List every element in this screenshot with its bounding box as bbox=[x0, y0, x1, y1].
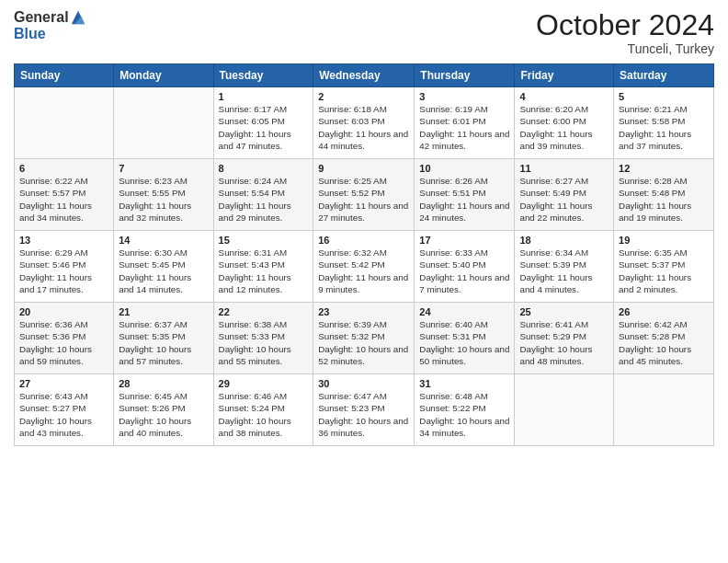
day-detail: Sunrise: 6:31 AM Sunset: 5:43 PM Dayligh… bbox=[219, 247, 309, 295]
day-number: 13 bbox=[19, 235, 108, 246]
day-cell: 22Sunrise: 6:38 AM Sunset: 5:33 PM Dayli… bbox=[213, 303, 313, 374]
day-cell: 26Sunrise: 6:42 AM Sunset: 5:28 PM Dayli… bbox=[614, 303, 714, 374]
day-number: 9 bbox=[318, 163, 409, 174]
day-cell: 7Sunrise: 6:23 AM Sunset: 5:55 PM Daylig… bbox=[114, 159, 213, 231]
day-detail: Sunrise: 6:46 AM Sunset: 5:24 PM Dayligh… bbox=[219, 390, 309, 439]
day-number: 26 bbox=[619, 306, 709, 317]
day-cell: 31Sunrise: 6:48 AM Sunset: 5:22 PM Dayli… bbox=[415, 374, 515, 446]
logo-general-text: General bbox=[14, 9, 69, 26]
day-cell: 23Sunrise: 6:39 AM Sunset: 5:32 PM Dayli… bbox=[313, 303, 415, 374]
day-detail: Sunrise: 6:32 AM Sunset: 5:42 PM Dayligh… bbox=[318, 247, 409, 295]
day-detail: Sunrise: 6:20 AM Sunset: 6:00 PM Dayligh… bbox=[519, 103, 609, 152]
day-number: 16 bbox=[318, 235, 409, 246]
day-cell: 9Sunrise: 6:25 AM Sunset: 5:52 PM Daylig… bbox=[313, 159, 415, 231]
logo-blue-text: Blue bbox=[14, 26, 46, 42]
day-cell: 11Sunrise: 6:27 AM Sunset: 5:49 PM Dayli… bbox=[515, 159, 614, 231]
day-number: 19 bbox=[619, 235, 709, 246]
day-cell: 30Sunrise: 6:47 AM Sunset: 5:23 PM Dayli… bbox=[313, 374, 415, 446]
day-detail: Sunrise: 6:21 AM Sunset: 5:58 PM Dayligh… bbox=[619, 103, 709, 152]
day-cell: 13Sunrise: 6:29 AM Sunset: 5:46 PM Dayli… bbox=[15, 231, 114, 303]
day-cell: 1Sunrise: 6:17 AM Sunset: 6:05 PM Daylig… bbox=[213, 87, 313, 159]
day-detail: Sunrise: 6:19 AM Sunset: 6:01 PM Dayligh… bbox=[419, 103, 509, 152]
day-detail: Sunrise: 6:17 AM Sunset: 6:05 PM Dayligh… bbox=[219, 103, 309, 152]
day-cell: 29Sunrise: 6:46 AM Sunset: 5:24 PM Dayli… bbox=[213, 374, 313, 446]
day-cell: 20Sunrise: 6:36 AM Sunset: 5:36 PM Dayli… bbox=[15, 303, 114, 374]
day-detail: Sunrise: 6:18 AM Sunset: 6:03 PM Dayligh… bbox=[318, 103, 409, 152]
day-cell: 14Sunrise: 6:30 AM Sunset: 5:45 PM Dayli… bbox=[114, 231, 213, 303]
day-number: 6 bbox=[19, 163, 108, 174]
day-number: 2 bbox=[318, 91, 409, 102]
day-detail: Sunrise: 6:39 AM Sunset: 5:32 PM Dayligh… bbox=[318, 318, 409, 367]
day-cell: 21Sunrise: 6:37 AM Sunset: 5:35 PM Dayli… bbox=[114, 303, 213, 374]
logo-icon bbox=[70, 9, 86, 26]
day-cell: 8Sunrise: 6:24 AM Sunset: 5:54 PM Daylig… bbox=[213, 159, 313, 231]
day-number: 23 bbox=[318, 306, 409, 317]
weekday-header-row: Sunday Monday Tuesday Wednesday Thursday… bbox=[15, 64, 714, 87]
day-detail: Sunrise: 6:38 AM Sunset: 5:33 PM Dayligh… bbox=[219, 318, 309, 367]
day-number: 4 bbox=[519, 91, 609, 102]
day-detail: Sunrise: 6:43 AM Sunset: 5:27 PM Dayligh… bbox=[19, 390, 108, 439]
day-cell: 25Sunrise: 6:41 AM Sunset: 5:29 PM Dayli… bbox=[515, 303, 614, 374]
header-friday: Friday bbox=[515, 64, 614, 87]
day-detail: Sunrise: 6:30 AM Sunset: 5:45 PM Dayligh… bbox=[119, 247, 208, 295]
header-monday: Monday bbox=[114, 64, 213, 87]
day-cell: 6Sunrise: 6:22 AM Sunset: 5:57 PM Daylig… bbox=[15, 159, 114, 231]
day-detail: Sunrise: 6:40 AM Sunset: 5:31 PM Dayligh… bbox=[419, 318, 509, 367]
title-location: Tunceli, Turkey bbox=[536, 41, 714, 56]
day-cell: 17Sunrise: 6:33 AM Sunset: 5:40 PM Dayli… bbox=[415, 231, 515, 303]
day-cell: 2Sunrise: 6:18 AM Sunset: 6:03 PM Daylig… bbox=[313, 87, 415, 159]
day-number: 28 bbox=[119, 378, 208, 389]
header-thursday: Thursday bbox=[415, 64, 515, 87]
calendar-table: Sunday Monday Tuesday Wednesday Thursday… bbox=[14, 63, 714, 446]
day-number: 21 bbox=[119, 306, 208, 317]
day-detail: Sunrise: 6:45 AM Sunset: 5:26 PM Dayligh… bbox=[119, 390, 208, 439]
day-cell bbox=[515, 374, 614, 446]
day-detail: Sunrise: 6:33 AM Sunset: 5:40 PM Dayligh… bbox=[419, 247, 509, 295]
day-detail: Sunrise: 6:28 AM Sunset: 5:48 PM Dayligh… bbox=[619, 175, 709, 224]
day-cell: 12Sunrise: 6:28 AM Sunset: 5:48 PM Dayli… bbox=[614, 159, 714, 231]
day-number: 1 bbox=[219, 91, 309, 102]
day-cell: 3Sunrise: 6:19 AM Sunset: 6:01 PM Daylig… bbox=[415, 87, 515, 159]
header-sunday: Sunday bbox=[15, 64, 114, 87]
day-number: 30 bbox=[318, 378, 409, 389]
header-wednesday: Wednesday bbox=[313, 64, 415, 87]
day-number: 11 bbox=[519, 163, 609, 174]
day-number: 27 bbox=[19, 378, 108, 389]
day-cell: 28Sunrise: 6:45 AM Sunset: 5:26 PM Dayli… bbox=[114, 374, 213, 446]
day-number: 10 bbox=[419, 163, 509, 174]
day-detail: Sunrise: 6:34 AM Sunset: 5:39 PM Dayligh… bbox=[519, 247, 609, 295]
day-number: 25 bbox=[519, 306, 609, 317]
week-row-3: 20Sunrise: 6:36 AM Sunset: 5:36 PM Dayli… bbox=[15, 303, 714, 374]
day-number: 15 bbox=[219, 235, 309, 246]
day-cell: 5Sunrise: 6:21 AM Sunset: 5:58 PM Daylig… bbox=[614, 87, 714, 159]
week-row-2: 13Sunrise: 6:29 AM Sunset: 5:46 PM Dayli… bbox=[15, 231, 714, 303]
day-number: 18 bbox=[519, 235, 609, 246]
day-number: 3 bbox=[419, 91, 509, 102]
day-detail: Sunrise: 6:47 AM Sunset: 5:23 PM Dayligh… bbox=[318, 390, 409, 439]
day-cell: 19Sunrise: 6:35 AM Sunset: 5:37 PM Dayli… bbox=[614, 231, 714, 303]
day-detail: Sunrise: 6:22 AM Sunset: 5:57 PM Dayligh… bbox=[19, 175, 108, 224]
day-cell bbox=[15, 87, 114, 159]
day-detail: Sunrise: 6:48 AM Sunset: 5:22 PM Dayligh… bbox=[419, 390, 509, 439]
day-detail: Sunrise: 6:35 AM Sunset: 5:37 PM Dayligh… bbox=[619, 247, 709, 295]
day-cell: 24Sunrise: 6:40 AM Sunset: 5:31 PM Dayli… bbox=[415, 303, 515, 374]
day-detail: Sunrise: 6:29 AM Sunset: 5:46 PM Dayligh… bbox=[19, 247, 108, 295]
day-detail: Sunrise: 6:37 AM Sunset: 5:35 PM Dayligh… bbox=[119, 318, 208, 367]
day-cell: 10Sunrise: 6:26 AM Sunset: 5:51 PM Dayli… bbox=[415, 159, 515, 231]
header: General Blue October 2024 Tunceli, Turke… bbox=[14, 9, 714, 56]
day-number: 12 bbox=[619, 163, 709, 174]
day-number: 24 bbox=[419, 306, 509, 317]
day-detail: Sunrise: 6:26 AM Sunset: 5:51 PM Dayligh… bbox=[419, 175, 509, 224]
logo: General Blue bbox=[14, 9, 86, 42]
day-detail: Sunrise: 6:27 AM Sunset: 5:49 PM Dayligh… bbox=[519, 175, 609, 224]
header-saturday: Saturday bbox=[614, 64, 714, 87]
day-cell: 27Sunrise: 6:43 AM Sunset: 5:27 PM Dayli… bbox=[15, 374, 114, 446]
day-detail: Sunrise: 6:41 AM Sunset: 5:29 PM Dayligh… bbox=[519, 318, 609, 367]
day-cell: 18Sunrise: 6:34 AM Sunset: 5:39 PM Dayli… bbox=[515, 231, 614, 303]
day-cell bbox=[114, 87, 213, 159]
day-cell: 16Sunrise: 6:32 AM Sunset: 5:42 PM Dayli… bbox=[313, 231, 415, 303]
day-detail: Sunrise: 6:24 AM Sunset: 5:54 PM Dayligh… bbox=[219, 175, 309, 224]
day-detail: Sunrise: 6:42 AM Sunset: 5:28 PM Dayligh… bbox=[619, 318, 709, 367]
day-cell: 4Sunrise: 6:20 AM Sunset: 6:00 PM Daylig… bbox=[515, 87, 614, 159]
week-row-0: 1Sunrise: 6:17 AM Sunset: 6:05 PM Daylig… bbox=[15, 87, 714, 159]
